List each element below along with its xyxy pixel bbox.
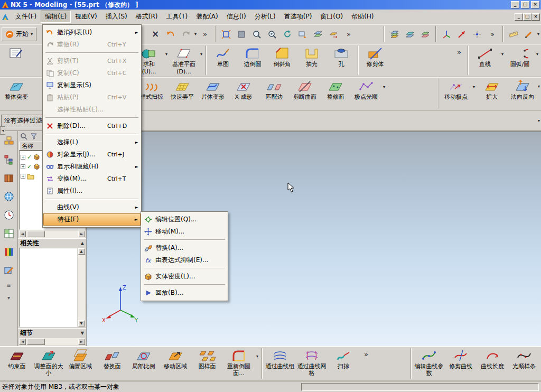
undo-list-dropdown[interactable]: ▾ [194,32,197,36]
minimize-button[interactable]: _ [511,1,519,8]
pattern-face-button[interactable]: 图样面 [191,347,223,370]
menu-analysis[interactable]: 分析(L) [250,11,280,23]
shaded-view-button[interactable] [235,27,248,42]
menu-item-show-hide[interactable]: 显示和隐藏(H) ► [43,161,141,173]
menu-edit[interactable]: 编辑(E) [41,11,71,23]
curve-length-button[interactable]: 曲线长度 [477,347,508,370]
section-collapse-icon[interactable]: ▲ [81,241,84,246]
line-button[interactable]: 直线 [470,44,500,68]
scroll-right-button[interactable]: ► [78,339,85,345]
assembly-navigator-tab[interactable] [3,135,15,147]
menu-item-transform[interactable]: 变换(M)... Ctrl+T [43,173,141,185]
menu-item-replace-feature[interactable]: 替换(A)... [142,242,227,254]
scroll-left-button[interactable]: ◄ [19,339,26,345]
doc-close-button[interactable]: × [531,13,540,21]
checkmark-icon[interactable]: ✓ [27,164,32,170]
layer-visible-in-view-button[interactable] [403,27,417,42]
resource-bar-grip[interactable]: ≡ [6,283,11,288]
surface-toolbar-options[interactable]: ▾ [538,77,540,89]
menu-item-playback[interactable]: 回放(B)... [142,287,227,299]
feature-toolbar-overflow[interactable]: » [452,44,466,59]
part-navigator-tab[interactable] [3,154,15,165]
smooth-pole-dropdown[interactable]: ▾ [381,77,387,89]
reverse-normal-button[interactable]: 法向反向 [507,77,538,101]
global-shaping-button[interactable]: 整体突变 [1,77,32,101]
menu-item-paste-special[interactable]: 选择性粘贴(E)... [43,104,141,116]
bottom-toolbar-overflow[interactable]: » [359,347,373,361]
history-tab[interactable] [3,209,15,221]
scroll-right-button[interactable]: ► [78,231,85,237]
local-scale-button[interactable]: 局部比例 [128,347,160,370]
tree-expander[interactable]: + [21,164,25,169]
menu-item-delete[interactable]: 删除(D)... Ctrl+D [43,120,141,132]
maximize-button[interactable]: □ [521,1,529,8]
scrollbar-thumb[interactable] [27,339,45,345]
vector-button[interactable] [455,27,469,42]
datum-plane-dropdown[interactable]: ▾ [199,44,204,57]
measure-button[interactable] [507,27,520,42]
menu-item-redo[interactable]: 重做(R) Ctrl+Y [43,39,141,51]
menu-insert[interactable]: 插入(S) [101,11,132,23]
menu-item-solid-density[interactable]: 实体密度(L)... [142,270,227,283]
offset-region-button[interactable]: 偏置区域 [64,347,96,370]
swept-button[interactable]: 扫掠 [328,347,359,370]
resize-face-button[interactable]: 调整面的大小 [33,347,64,377]
shell-button[interactable]: 抽壳 [297,44,327,68]
view-toolbar-overflow[interactable]: » [342,27,356,42]
menu-file[interactable]: 文件(F) [11,11,41,23]
annotation-pencil-button[interactable] [522,27,536,42]
menu-format[interactable]: 格式(R) [132,11,162,23]
scroll-left-button[interactable]: ◄ [19,231,26,237]
scroll-up-button[interactable]: ▲ [78,248,85,255]
datum-plane-button[interactable]: 基准平面 (D)... [169,44,199,75]
panel-collapse-button[interactable]: ◄ [0,126,5,135]
rotate-view-button[interactable] [281,27,294,42]
through-curves-button[interactable]: 通过曲线组 [264,347,296,370]
scroll-down-button[interactable]: ▼ [78,320,85,326]
sketch-button[interactable]: 草图 [208,44,238,68]
tree-expander[interactable]: + [21,155,25,160]
toolbar-options-dropdown[interactable]: ▾ [537,32,539,36]
enlarge-button[interactable]: 扩大 [477,77,507,101]
menu-tools[interactable]: 工具(T) [162,11,192,23]
constraint-face-button[interactable]: 约束面 [1,347,33,370]
sheet-deform-button[interactable]: 片体变形 [198,77,228,101]
menu-item-curve[interactable]: 曲线(V) ► [43,201,141,213]
point-constructor-button[interactable] [470,27,484,42]
view-layout-button[interactable] [327,27,340,42]
fit-view-button[interactable] [219,27,233,42]
menu-help[interactable]: 帮助(H) [347,11,378,23]
match-edge-button[interactable]: 匹配边 [259,77,290,101]
move-pole-button[interactable]: 移动极点 [441,77,471,101]
menu-window[interactable]: 窗口(O) [316,11,347,23]
menu-item-move-feature[interactable]: 移动(M)... [142,226,227,238]
menu-preferences[interactable]: 首选项(P) [280,11,316,23]
menu-item-properties[interactable]: 属性(I)... [43,185,141,197]
materials-tab[interactable] [3,265,15,276]
reuse-library-tab[interactable] [3,172,15,184]
navigator-filter-button[interactable] [30,133,38,140]
edge-blend-button[interactable]: 边倒圆 [238,44,267,68]
arc-circle-dropdown[interactable]: ▾ [535,44,540,57]
view-orient-button[interactable] [311,27,325,42]
menu-item-copy-display[interactable]: 复制显示(S) [43,79,141,91]
menu-item-suppress-by-expression[interactable]: fx 由表达式抑制(E)... [142,254,227,266]
through-curve-mesh-button[interactable]: 通过曲线网格 [296,347,328,377]
palettes-tab[interactable] [3,228,15,239]
dependencies-vscrollbar[interactable]: ▲ ▼ [78,248,85,327]
menu-item-feature[interactable]: 特征(F) ► [43,213,141,226]
zoom-button[interactable] [250,27,264,42]
layer-settings-button[interactable] [388,27,402,42]
pan-view-button[interactable] [296,27,310,42]
refit-face-button[interactable]: 整修面 [320,77,351,101]
replace-face-button[interactable]: 替换面 [96,347,128,370]
menu-view[interactable]: 视图(V) [71,11,101,23]
zoom-in-out-button[interactable] [265,27,279,42]
details-section-header[interactable]: 细节 ▼ [18,328,86,338]
panel-hscrollbar[interactable]: ◄ ► [19,338,85,346]
reblend-face-dropdown[interactable]: ▾ [255,347,260,359]
menu-item-copy[interactable]: 复制(C) Ctrl+C [43,67,141,79]
sketch-task-button[interactable] [1,44,31,61]
menu-item-cut[interactable]: 剪切(T) Ctrl+X [43,55,141,67]
dependencies-section-header[interactable]: 相关性 ▲ [18,238,86,248]
